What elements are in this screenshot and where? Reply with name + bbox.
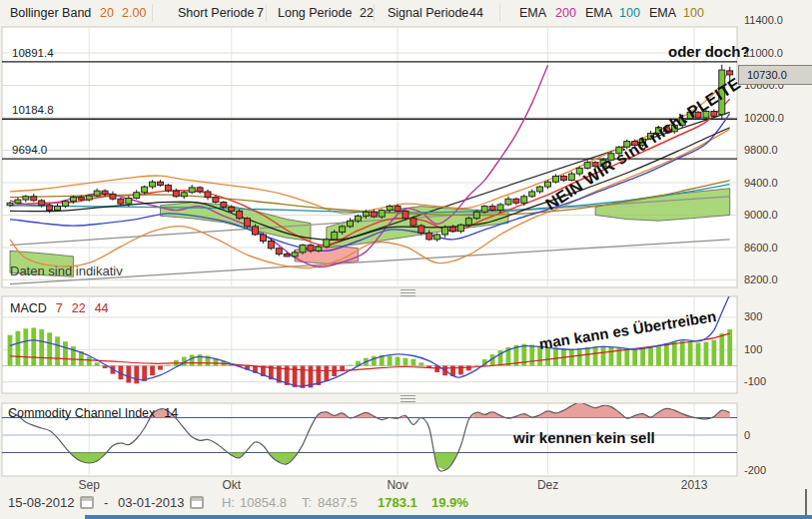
header-separator <box>499 4 500 22</box>
window-right-edge <box>805 489 807 515</box>
macd-tick-label: 100 <box>744 343 762 355</box>
annotation-daten-indikativ: Daten sind indikativ <box>10 263 123 278</box>
annotation-oder-doch: oder doch? <box>668 43 750 60</box>
price-level-label: 10184.8 <box>12 104 54 116</box>
short-period-value: 7 <box>257 0 264 26</box>
short-period-label: Short Periode <box>178 0 254 26</box>
cci-tick-label: 0 <box>744 429 750 441</box>
header-separator <box>152 4 153 22</box>
ema100a-value: 100 <box>619 0 640 26</box>
x-axis-month-label: 2013 <box>672 478 716 492</box>
change-percent-value: 19.9% <box>431 495 468 510</box>
ema100b-label: EMA <box>649 0 676 26</box>
date-to-field[interactable]: 03-01-2013 <box>118 495 185 510</box>
long-period-label: Long Periode <box>278 0 352 26</box>
macd-panel-title: MACD72244 <box>10 301 109 315</box>
macd-param-fast: 7 <box>56 301 63 315</box>
ema100a-label: EMA <box>585 0 612 26</box>
ema200-label: EMA <box>519 0 546 26</box>
bollinger-deviation-value: 2.00 <box>122 0 146 26</box>
period-high-value: 10854.8 <box>240 495 287 510</box>
signal-period-label: Signal Periode <box>388 0 468 26</box>
macd-label: MACD <box>10 301 47 315</box>
price-tick-label: 9000.0 <box>744 209 778 221</box>
change-absolute-value: 1783.1 <box>378 495 417 510</box>
macd-param-slow: 22 <box>72 301 86 315</box>
panel-splitter-cci[interactable] <box>401 395 415 402</box>
chart-application: Bollinger Band 20 2.00 Short Periode 7 L… <box>0 0 812 519</box>
price-tick-label: 9400.0 <box>744 177 778 189</box>
external-window-edge <box>85 515 812 519</box>
ema100b-value: 100 <box>683 0 704 26</box>
calendar-icon[interactable] <box>80 496 94 509</box>
cci-panel-title: Commodity Channel Index14 <box>8 406 178 420</box>
cci-param: 14 <box>164 406 178 420</box>
low-label: T: <box>302 495 312 510</box>
annotation-kein-sell: wir kennen kein sell <box>513 429 655 446</box>
cci-tick-label: -200 <box>744 464 766 476</box>
price-tick-label: 11400.0 <box>744 14 783 26</box>
price-level-label: 10891.4 <box>12 47 54 59</box>
calendar-icon[interactable] <box>190 496 204 509</box>
ema200-value: 200 <box>555 0 576 26</box>
x-axis-month-label: Okt <box>210 478 254 492</box>
macd-tick-label: -100 <box>744 375 766 387</box>
price-tick-label: 10200.0 <box>744 112 784 124</box>
header-separator <box>266 4 267 22</box>
long-period-value: 22 <box>360 0 374 26</box>
bollinger-label: Bollinger Band <box>10 0 91 26</box>
price-tick-label: 11000.0 <box>744 47 783 59</box>
period-low-value: 8487.5 <box>318 495 358 510</box>
signal-period-value: 44 <box>469 0 483 26</box>
date-range-separator: - <box>104 495 108 510</box>
cci-label: Commodity Channel Index <box>8 406 155 420</box>
price-level-label: 9694.0 <box>12 144 47 156</box>
header-separator <box>374 4 375 22</box>
current-price-box: 10730.0 <box>738 65 812 85</box>
price-tick-label: 8600.0 <box>744 242 778 254</box>
price-tick-label: 8200.0 <box>744 273 778 285</box>
x-axis-month-label: Dez <box>526 478 570 492</box>
bollinger-period-value: 20 <box>100 0 114 26</box>
macd-param-signal: 44 <box>95 301 109 315</box>
panel-splitter-macd[interactable] <box>401 289 415 296</box>
macd-tick-label: 300 <box>744 310 762 322</box>
x-axis-month-label: Nov <box>376 478 419 492</box>
status-bar: 15-08-2012 - 03-01-2013 H: 10854.8 T: 84… <box>0 491 812 515</box>
x-axis-month-label: Sep <box>67 478 111 492</box>
price-tick-label: 9800.0 <box>744 144 778 156</box>
high-label: H: <box>222 495 235 510</box>
date-from-field[interactable]: 15-08-2012 <box>8 495 75 510</box>
